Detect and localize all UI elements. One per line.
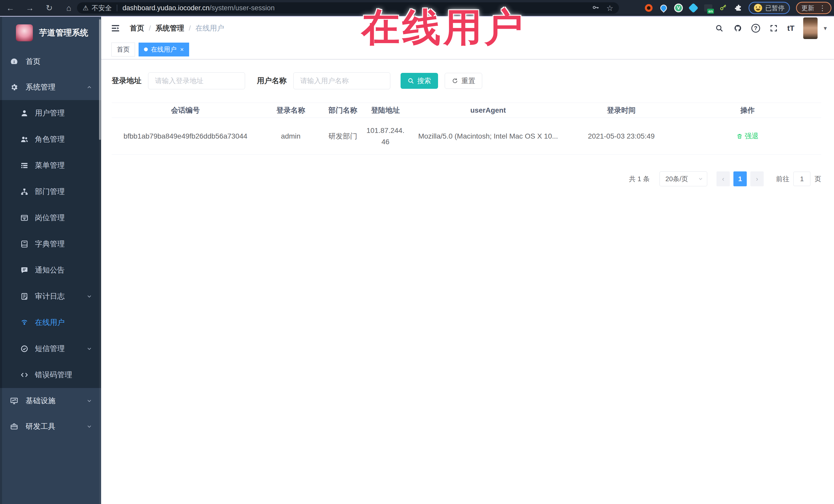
page-unit-label: 页 [814, 175, 821, 183]
hamburger-icon[interactable] [110, 23, 120, 33]
sidebar-item-user-mgmt[interactable]: 用户管理 [0, 100, 101, 126]
gear-icon [10, 83, 19, 92]
cell-login-time: 2021-05-03 23:05:49 [569, 118, 674, 154]
caret-down-icon[interactable]: ▾ [824, 25, 827, 32]
security-label[interactable]: 不安全 [92, 4, 112, 13]
sidebar-item-sms-mgmt[interactable]: 短信管理 [0, 336, 101, 362]
fullscreen-icon[interactable] [769, 23, 778, 33]
reset-button[interactable]: 重置 [445, 73, 482, 89]
total-count: 共 1 条 [629, 175, 650, 183]
col-dept: 部门名称 [322, 103, 364, 117]
username-input[interactable] [293, 72, 390, 89]
user-icon [20, 109, 29, 117]
app-logo-row[interactable]: 芋道管理系统 [0, 17, 101, 49]
chevron-down-icon [86, 423, 92, 430]
sidebar-item-role-mgmt[interactable]: 角色管理 [0, 126, 101, 152]
back-icon[interactable]: ← [4, 2, 17, 14]
table-row: bfbb1ab79ba849e49fb26ddb56a73044 admin 研… [112, 118, 821, 155]
username-label: 用户名称 [257, 76, 287, 86]
search-button[interactable]: 搜索 [400, 73, 438, 89]
cell-user-agent: Mozilla/5.0 (Macintosh; Intel Mac OS X 1… [408, 118, 569, 154]
page-1-button[interactable]: 1 [733, 171, 747, 186]
cell-username: admin [259, 118, 322, 154]
active-dot-icon [144, 47, 148, 51]
address-bar[interactable]: ⚠ 不安全 dashboard.yudao.iocoder.cn/system/… [77, 2, 619, 14]
avatar[interactable] [803, 18, 817, 39]
cell-ip: 101.87.244.46 [364, 118, 408, 154]
sidebar-item-online-users[interactable]: 在线用户 [0, 309, 101, 336]
github-icon[interactable] [733, 23, 743, 33]
breadcrumb-system[interactable]: 系统管理 [155, 23, 184, 33]
chevron-down-icon [86, 293, 92, 300]
system-submenu: 用户管理 角色管理 菜单管理 部门管理 岗位管理 [0, 100, 101, 388]
sidebar-item-infrastructure[interactable]: 基础设施 [0, 388, 101, 414]
address-input[interactable] [148, 72, 245, 89]
goto-label: 前往 [776, 175, 789, 183]
online-icon [20, 318, 29, 327]
cell-actions: 强退 [674, 118, 821, 154]
extension-pin-icon[interactable] [659, 4, 668, 12]
sidebar-item-error-code[interactable]: 错误码管理 [0, 362, 101, 388]
prev-page-button[interactable]: ‹ [717, 171, 730, 186]
home-icon[interactable]: ⌂ [63, 2, 75, 14]
extensions-puzzle-icon[interactable] [734, 4, 742, 12]
id-card-icon [20, 214, 29, 222]
chevron-down-icon [86, 346, 92, 352]
sidebar-scrollbar-thumb[interactable] [99, 19, 101, 140]
tab-home[interactable]: 首页 [111, 43, 135, 57]
sidebar-item-system[interactable]: 系统管理 [0, 74, 101, 100]
app-logo [16, 24, 33, 41]
profile-paused-badge[interactable]: 已暂停 [749, 2, 790, 14]
sidebar: 芋道管理系统 首页 系统管理 用户管理 角色管理 [0, 17, 101, 504]
reload-icon[interactable]: ↻ [43, 2, 56, 14]
close-icon[interactable]: × [180, 46, 184, 53]
search-icon[interactable] [715, 23, 724, 33]
divider [117, 5, 117, 11]
message-icon [20, 266, 29, 275]
force-logout-button[interactable]: 强退 [737, 131, 759, 141]
sidebar-item-audit-log[interactable]: 审计日志 [0, 283, 101, 309]
address-label: 登录地址 [112, 76, 141, 86]
sidebar-item-notice[interactable]: 通知公告 [0, 257, 101, 283]
col-actions: 操作 [674, 103, 821, 117]
tree-table-icon [20, 161, 29, 170]
sidebar-item-post-mgmt[interactable]: 岗位管理 [0, 205, 101, 231]
bookmark-star-icon[interactable]: ☆ [607, 4, 613, 13]
chevron-up-icon [86, 84, 92, 90]
translator-extension-icon[interactable]: en [704, 4, 712, 12]
warning-icon: ⚠ [83, 4, 89, 12]
col-session-id: 会话编号 [112, 103, 259, 117]
extension-gem-icon[interactable] [689, 4, 698, 12]
tab-online-users[interactable]: 在线用户 × [138, 43, 189, 57]
key-extension-icon[interactable] [719, 4, 727, 12]
chrome-update-button[interactable]: 更新 ⋮ [796, 2, 831, 14]
emoji-avatar [754, 4, 762, 12]
help-icon[interactable]: ? [751, 24, 760, 32]
annotation-overlay-text: 在线用户 [361, 2, 526, 54]
users-icon [20, 135, 29, 144]
font-size-icon[interactable]: tT [787, 24, 794, 32]
next-page-button[interactable]: › [750, 171, 764, 186]
pagination: 共 1 条 20条/页 ‹ 1 › 前往 页 [629, 171, 821, 186]
goto-page-input[interactable] [793, 172, 810, 186]
breadcrumb-separator: / [149, 24, 151, 32]
chevron-down-icon [86, 398, 92, 404]
sidebar-item-dict-mgmt[interactable]: 字典管理 [0, 231, 101, 257]
sidebar-item-dev-tools[interactable]: 研发工具 [0, 414, 101, 439]
extension-orange-icon[interactable] [644, 4, 653, 12]
session-table: 会话编号 登录名称 部门名称 登陆地址 userAgent 登录时间 操作 bf… [112, 103, 821, 155]
password-key-icon[interactable] [592, 3, 600, 13]
breadcrumb-home[interactable]: 首页 [130, 23, 144, 33]
monitor-chart-icon [10, 396, 19, 405]
forward-icon[interactable]: → [24, 2, 36, 14]
menu-dots-icon[interactable]: ⋮ [819, 4, 826, 12]
vue-devtools-icon[interactable]: V [674, 4, 683, 12]
breadcrumb-current: 在线用户 [196, 23, 224, 33]
chevron-down-icon [698, 176, 703, 182]
sidebar-item-home[interactable]: 首页 [0, 49, 101, 74]
sidebar-item-menu-mgmt[interactable]: 菜单管理 [0, 152, 101, 179]
page-size-select[interactable]: 20条/页 [659, 171, 707, 186]
col-ip: 登陆地址 [364, 103, 408, 117]
dashboard-icon [10, 57, 19, 66]
sidebar-item-dept-mgmt[interactable]: 部门管理 [0, 179, 101, 205]
